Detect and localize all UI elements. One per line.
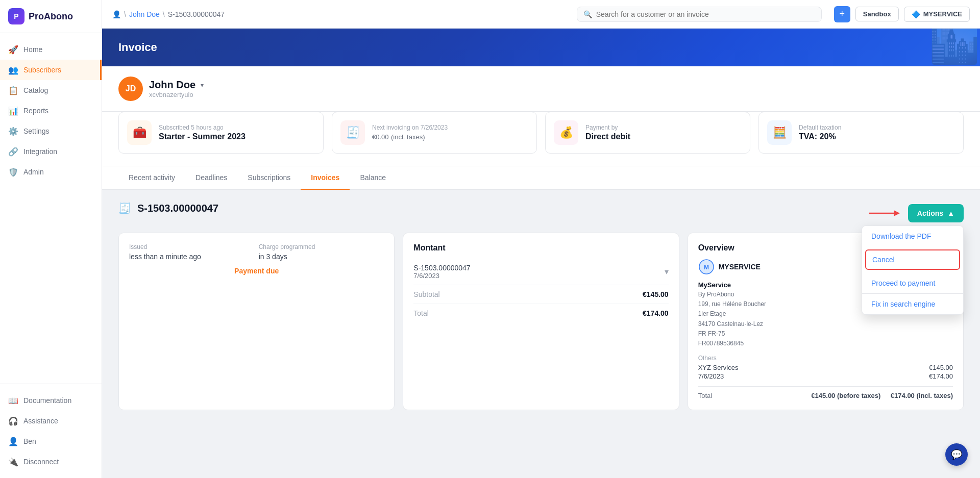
dropdown-item-proceed-payment[interactable]: Proceed to payment <box>862 273 963 293</box>
sidebar-item-admin[interactable]: 🛡️ Admin <box>0 162 102 182</box>
actions-button[interactable]: Actions ▲ <box>908 204 964 222</box>
banner-title: Invoice <box>118 41 964 54</box>
stats-row: 🧰 Subscribed 5 hours ago Starter - Summe… <box>102 112 980 166</box>
service-amount: €145.00 <box>929 364 953 371</box>
issued-card: Issued less than a minute ago Charge pro… <box>118 233 395 410</box>
customer-info: John Doe ▾ xcvbnazertyuio <box>149 79 204 98</box>
overview-vat: FR00789536845 <box>698 339 906 348</box>
tab-balance[interactable]: Balance <box>350 166 396 190</box>
stat-label-taxation: Default taxation <box>799 124 841 131</box>
montant-invoice-date: 7/6/2023 <box>413 272 470 280</box>
taxation-icon: 🧮 <box>767 120 792 145</box>
payment-icon: 💰 <box>554 120 578 145</box>
charge-section: Charge programmed in 3 days <box>259 243 384 261</box>
issued-label: Issued <box>129 243 255 250</box>
search-bar[interactable]: 🔍 <box>577 7 822 22</box>
svg-marker-1 <box>894 210 900 216</box>
actions-chevron-icon: ▲ <box>947 209 954 217</box>
integration-icon: 🔗 <box>8 146 18 157</box>
tab-subscriptions[interactable]: Subscriptions <box>237 166 301 190</box>
sidebar-item-label-catalog: Catalog <box>23 86 48 94</box>
dropdown-item-cancel[interactable]: Cancel <box>865 249 960 270</box>
myservice-brand-name: MYSERVICE <box>719 263 761 271</box>
payment-status: Payment due <box>129 267 384 275</box>
sidebar-item-label-assistance: Assistance <box>23 417 58 425</box>
sidebar-item-documentation[interactable]: 📖 Documentation <box>0 390 102 411</box>
subtotal-amount: €145.00 <box>643 290 669 298</box>
topbar-actions: + Sandbox 🔷 MYSERVICE <box>834 6 970 22</box>
disconnect-icon: 🔌 <box>8 457 18 467</box>
others-label: Others <box>698 355 953 362</box>
home-icon: 🚀 <box>8 44 18 55</box>
montant-card: Montant S-1503.00000047 7/6/2023 ▾ Subto… <box>403 233 679 410</box>
stat-card-content-subscription: Subscribed 5 hours ago Starter - Summer … <box>159 124 246 141</box>
montant-invoice-id: S-1503.00000047 <box>413 264 470 272</box>
stat-value-invoicing: €0.00 (incl. taxes) <box>372 132 448 141</box>
actions-arrow <box>869 208 900 218</box>
logo-text: ProAbono <box>29 11 73 22</box>
invoice-icon: 🧾 <box>118 202 131 214</box>
sidebar-item-assistance[interactable]: 🎧 Assistance <box>0 411 102 431</box>
dropdown-item-download-pdf[interactable]: Download the PDF <box>862 226 963 246</box>
stat-label-invoicing: Next invoicing on 7/26/2023 <box>372 124 448 131</box>
customer-dropdown-arrow[interactable]: ▾ <box>201 82 204 89</box>
others-date-row: 7/6/2023 €174.00 <box>698 372 953 380</box>
customer-section: JD John Doe ▾ xcvbnazertyuio <box>102 66 980 112</box>
stat-value-taxation: TVA: 20% <box>799 132 841 141</box>
sidebar-item-home[interactable]: 🚀 Home <box>0 39 102 60</box>
invoice-content-area: 🧾 S-1503.00000047 Actions ▲ <box>102 190 980 422</box>
stat-card-subscription: 🧰 Subscribed 5 hours ago Starter - Summe… <box>118 112 324 154</box>
logo-icon: P <box>8 8 24 24</box>
total-amount-montant: €174.00 <box>643 309 669 317</box>
stat-label-payment: Payment by <box>585 124 630 131</box>
sidebar-bottom: 📖 Documentation 🎧 Assistance 👤 Ben 🔌 Dis… <box>0 384 102 478</box>
total-label-montant: Total <box>413 309 429 317</box>
stat-label-subscription: Subscribed 5 hours ago <box>159 124 246 131</box>
search-input[interactable] <box>596 10 815 18</box>
overview-footer: Total €145.00 (before taxes) €174.00 (in… <box>698 386 953 399</box>
sandbox-button[interactable]: Sandbox <box>855 7 899 21</box>
sidebar-item-disconnect[interactable]: 🔌 Disconnect <box>0 451 102 472</box>
catalog-icon: 📋 <box>8 85 18 95</box>
myservice-svg-icon: M <box>698 259 715 275</box>
sidebar-item-label-settings: Settings <box>23 127 50 135</box>
others-service-row: XYZ Services €145.00 <box>698 364 953 371</box>
service-total-date: €174.00 <box>929 372 953 380</box>
stat-card-content-payment: Payment by Direct debit <box>585 124 630 141</box>
actions-container: Actions ▲ Download the PDF Cancel Procee… <box>869 204 964 222</box>
add-button[interactable]: + <box>834 6 850 22</box>
stat-card-invoicing: 🧾 Next invoicing on 7/26/2023 €0.00 (inc… <box>332 112 537 154</box>
montant-title: Montant <box>413 243 668 253</box>
service-date: 7/6/2023 <box>698 372 724 380</box>
actions-dropdown-container: Actions ▲ Download the PDF Cancel Procee… <box>908 204 964 222</box>
user-icon: 👤 <box>8 436 18 446</box>
breadcrumb-user[interactable]: John Doe <box>129 10 160 18</box>
montant-chevron-icon[interactable]: ▾ <box>665 267 669 276</box>
avatar: JD <box>118 77 143 101</box>
sidebar-item-subscribers[interactable]: 👥 Subscribers <box>0 60 102 80</box>
tab-recent-activity[interactable]: Recent activity <box>118 166 185 190</box>
sidebar-item-settings[interactable]: ⚙️ Settings <box>0 121 102 141</box>
logo-area: P ProAbono <box>0 0 102 33</box>
montant-invoice-row: S-1503.00000047 7/6/2023 ▾ <box>413 259 668 285</box>
dropdown-item-fix-search[interactable]: Fix in search engine <box>862 294 963 314</box>
invoice-grid: Issued less than a minute ago Charge pro… <box>118 233 964 410</box>
sidebar: P ProAbono 🚀 Home 👥 Subscribers 📋 Catalo… <box>0 0 102 478</box>
tab-deadlines[interactable]: Deadlines <box>185 166 237 190</box>
sidebar-item-label-integration: Integration <box>23 147 57 156</box>
myservice-button[interactable]: 🔷 MYSERVICE <box>904 7 970 22</box>
overview-addr3: 34170 Castelnau-le-Lez <box>698 319 906 329</box>
sidebar-item-reports[interactable]: 📊 Reports <box>0 100 102 121</box>
chat-bubble[interactable]: 💬 <box>945 443 968 466</box>
overview-country: FR FR-75 <box>698 329 906 339</box>
sidebar-item-user[interactable]: 👤 Ben <box>0 431 102 451</box>
tab-invoices[interactable]: Invoices <box>301 166 350 190</box>
stat-card-content-invoicing: Next invoicing on 7/26/2023 €0.00 (incl.… <box>372 124 448 141</box>
montant-invoice-id-date: S-1503.00000047 7/6/2023 <box>413 264 470 280</box>
subscribers-icon: 👥 <box>8 65 18 75</box>
charge-value: in 3 days <box>259 253 384 261</box>
arrow-svg <box>869 208 900 218</box>
sidebar-item-integration[interactable]: 🔗 Integration <box>0 141 102 162</box>
stat-card-content-taxation: Default taxation TVA: 20% <box>799 124 841 141</box>
sidebar-item-catalog[interactable]: 📋 Catalog <box>0 80 102 100</box>
